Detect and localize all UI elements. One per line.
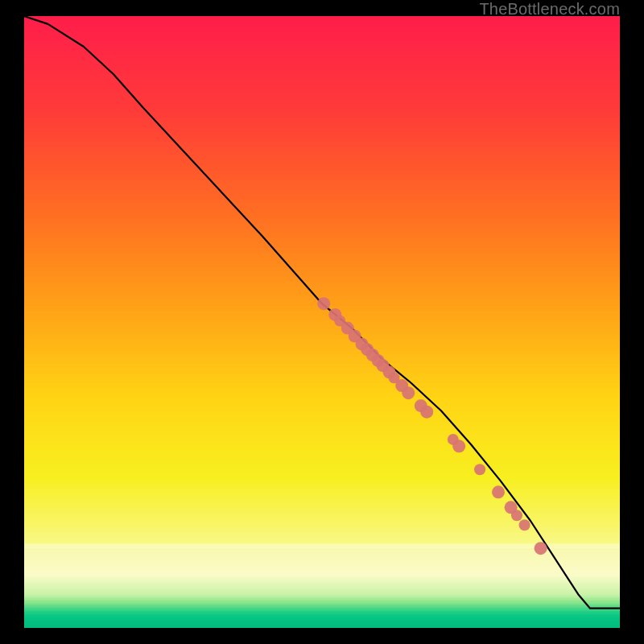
scatter-point [474, 464, 485, 475]
main-curve-line [24, 16, 620, 609]
scatter-point [317, 297, 330, 310]
scatter-point [492, 485, 505, 498]
chart-stage: TheBottleneck.com [0, 0, 644, 644]
scatter-point [452, 440, 465, 452]
scatter-point [535, 542, 547, 555]
scatter-point [402, 386, 415, 399]
chart-overlay [24, 16, 620, 628]
scatter-points [317, 297, 547, 555]
scatter-point [511, 510, 522, 521]
scatter-point [519, 519, 530, 530]
plot-area [24, 16, 620, 628]
scatter-point [420, 406, 433, 419]
